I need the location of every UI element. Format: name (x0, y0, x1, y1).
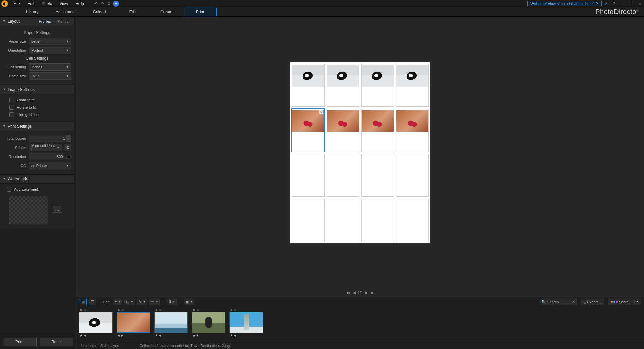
section-print-header[interactable]: ▼ Print Settings (0, 122, 74, 131)
tab-create[interactable]: Create (150, 8, 183, 16)
export-button[interactable]: ⎘ Export... (581, 299, 604, 305)
menu-file[interactable]: File (10, 1, 23, 7)
flag-icon[interactable]: ⚑ (117, 309, 120, 312)
checkbox-hide-grid-lines[interactable]: Hide grid lines (3, 111, 71, 118)
print-cell[interactable]: ✕ (292, 109, 325, 152)
print-cell[interactable] (327, 64, 360, 107)
tab-library[interactable]: Library (15, 8, 49, 16)
print-cell[interactable] (396, 64, 429, 107)
flag-outline-icon[interactable]: ⚐ (121, 309, 124, 312)
share-button[interactable]: Share... ▼ (608, 299, 641, 305)
checkbox-rotate-to-fit[interactable]: Rotate to fit (3, 104, 71, 111)
print-cell[interactable] (361, 109, 394, 152)
filter-autofix-button[interactable]: ✦▼ (113, 299, 123, 305)
page-next-icon[interactable]: ▶ (364, 290, 369, 295)
print-cell[interactable] (292, 199, 325, 242)
account-avatar[interactable]: A (113, 1, 119, 7)
flag-outline-icon[interactable]: ⚐ (197, 309, 199, 312)
print-cell[interactable] (361, 199, 394, 242)
print-button[interactable]: Print (3, 338, 37, 346)
layout-subtab-profiles[interactable]: Profiles (37, 19, 53, 24)
icc-select[interactable]: as Printer▼ (29, 162, 71, 169)
filmstrip-thumb[interactable]: ⚑⚐★★ (79, 309, 113, 338)
section-watermarks-header[interactable]: ▼ Watermarks (0, 174, 74, 184)
print-cell[interactable] (361, 154, 394, 197)
print-cell[interactable] (327, 199, 360, 242)
flag-icon[interactable]: ⚑ (230, 309, 233, 312)
close-window-icon[interactable]: ✕ (637, 1, 643, 6)
stack-button[interactable]: ▣▼ (184, 299, 194, 305)
print-cell[interactable] (292, 64, 325, 107)
page-first-icon[interactable]: ⏮ (345, 290, 351, 295)
total-copies-input[interactable] (29, 135, 67, 142)
menu-photo[interactable]: Photo (38, 1, 55, 7)
print-cell[interactable] (396, 109, 429, 152)
photo-size-label: Photo size (3, 74, 29, 78)
filmstrip-thumb[interactable]: ⚑⚐★★ (117, 309, 150, 338)
paper-size-select[interactable]: Letter▼ (29, 38, 71, 45)
minimize-icon[interactable]: — (620, 1, 625, 6)
close-icon[interactable]: ✕ (596, 1, 599, 6)
print-cell[interactable] (327, 154, 360, 197)
print-cell[interactable] (361, 64, 394, 107)
print-cell[interactable] (327, 109, 360, 152)
reset-button[interactable]: Reset (40, 338, 74, 346)
page-prev-icon[interactable]: ◀ (352, 290, 356, 295)
tab-adjustment[interactable]: Adjustment (49, 8, 83, 16)
clear-search-icon[interactable]: ✕ (572, 300, 575, 304)
view-list-button[interactable]: ☰ (89, 299, 96, 305)
rating-stars[interactable]: ★★ (117, 333, 150, 338)
rating-stars[interactable]: ★★ (79, 333, 113, 338)
tab-guided[interactable]: Guided (83, 8, 116, 16)
resolution-input[interactable] (29, 153, 64, 160)
chevron-down-icon: ▼ (3, 124, 6, 128)
print-cell[interactable] (292, 154, 325, 197)
flag-outline-icon[interactable]: ⚐ (84, 309, 87, 312)
checkbox-add-watermark[interactable]: Add watermark (3, 186, 71, 193)
filter-crop-button[interactable]: ▢▼ (124, 299, 135, 305)
sort-button[interactable]: ⇅▼ (167, 299, 177, 305)
tutorial-banner[interactable]: Welcome! View all tutorial videos here! … (527, 1, 602, 6)
flag-icon[interactable]: ⚑ (193, 309, 195, 312)
print-cell[interactable] (396, 154, 429, 197)
checkbox-zoom-to-fit[interactable]: Zoom to fit (3, 96, 71, 104)
layout-subtab-manual[interactable]: Manual (55, 19, 71, 24)
view-grid-button[interactable]: ▦ (79, 299, 87, 305)
tab-edit[interactable]: Edit (116, 8, 150, 16)
filmstrip-thumb[interactable]: ⚑⚐★★ (229, 309, 263, 338)
remove-photo-icon[interactable]: ✕ (319, 110, 324, 114)
flag-outline-icon[interactable]: ⚐ (234, 309, 237, 312)
rating-stars[interactable]: ★★ (192, 333, 225, 338)
menu-view[interactable]: View (56, 1, 71, 7)
undo-icon[interactable]: ↶ (93, 1, 99, 7)
printer-select[interactable]: Microsoft Print t▼ (29, 144, 62, 151)
flag-outline-icon[interactable]: ⚐ (159, 309, 162, 312)
orientation-select[interactable]: Portrait▼ (29, 47, 71, 54)
rating-stars[interactable]: ★★ (154, 333, 188, 338)
rating-stars[interactable]: ★★ (229, 333, 263, 338)
unit-setting-select[interactable]: Inches▼ (29, 63, 71, 71)
tab-print[interactable]: Print (183, 8, 217, 16)
gear-icon[interactable]: ⚙ (106, 1, 112, 7)
filter-more-button[interactable]: ⋯▼ (149, 299, 160, 305)
filmstrip-thumb[interactable]: ⚑⚐★★ (192, 309, 225, 338)
spinner-buttons[interactable]: ▲▼ (67, 135, 71, 142)
maximize-icon[interactable]: ❐ (629, 1, 634, 6)
flag-icon[interactable]: ⚑ (80, 309, 83, 312)
redo-icon[interactable]: ↷ (100, 1, 106, 7)
photo-size-select[interactable]: 2x2.5▼ (29, 72, 71, 80)
help-icon[interactable]: ? (611, 1, 616, 6)
menu-help[interactable]: Help (72, 1, 87, 7)
section-image-header[interactable]: ▼ Image Settings (0, 85, 74, 94)
print-cell[interactable] (396, 199, 429, 242)
watermark-more-button[interactable]: … (53, 206, 61, 213)
flag-icon[interactable]: ⚑ (155, 309, 158, 312)
filter-edit-button[interactable]: ✎▼ (137, 299, 147, 305)
printer-settings-button[interactable]: ⚙ (64, 144, 71, 151)
left-panel-scroll[interactable]: ▼ Layout Profiles | Manual Paper Setting… (0, 17, 76, 335)
search-input[interactable]: 🔍 Search ✕ (540, 299, 577, 305)
section-layout-header[interactable]: ▼ Layout Profiles | Manual (0, 17, 74, 26)
page-last-icon[interactable]: ⏭ (370, 290, 375, 295)
menu-edit[interactable]: Edit (24, 1, 38, 7)
filmstrip-thumb[interactable]: ⚑⚐★★ (154, 309, 188, 338)
